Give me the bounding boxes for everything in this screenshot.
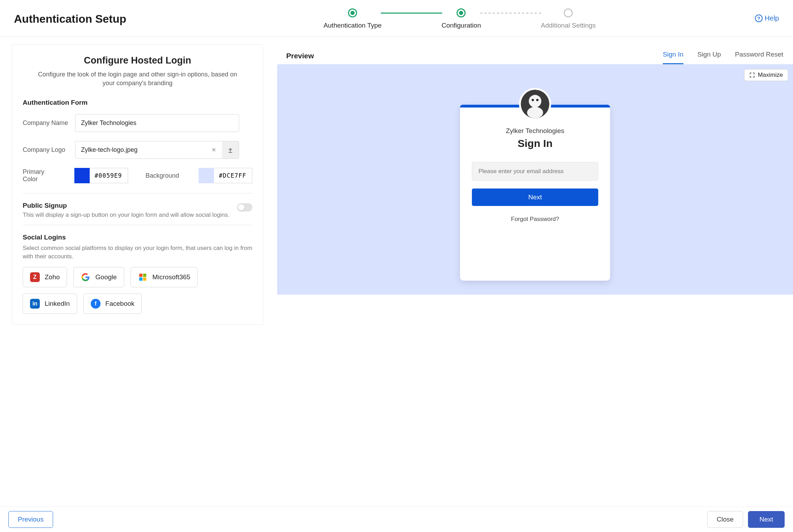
public-signup-desc: This will display a sign-up button on yo… (23, 212, 229, 219)
step-label: Additional Settings (541, 22, 595, 29)
linkedin-icon: in (30, 299, 40, 309)
social-label: Zoho (45, 273, 60, 281)
panel-subtitle: Configure the look of the login page and… (33, 70, 242, 88)
zoho-icon: Z (30, 272, 40, 282)
social-facebook-button[interactable]: f Facebook (83, 294, 142, 314)
avatar (519, 88, 551, 120)
primary-color-swatch[interactable] (74, 168, 90, 183)
help-label: Help (765, 14, 779, 22)
preview-email-input[interactable]: Please enter your email address (472, 162, 598, 181)
microsoft-icon (138, 272, 148, 282)
preview-heading: Sign In (472, 138, 598, 149)
svg-point-5 (529, 95, 541, 108)
social-zoho-button[interactable]: Z Zoho (23, 267, 67, 287)
divider (23, 225, 252, 225)
background-color-label: Background (146, 172, 179, 179)
step-label: Configuration (442, 22, 481, 29)
preview-label: Preview (286, 52, 314, 60)
configure-panel: Configure Hosted Login Configure the loo… (12, 44, 263, 325)
step-configuration[interactable]: Configuration (442, 8, 481, 29)
tab-sign-in[interactable]: Sign In (663, 47, 683, 64)
company-logo-filename: Zylke-tech-logo.jpeg (75, 141, 205, 158)
social-label: LinkedIn (45, 300, 70, 308)
svg-point-8 (527, 107, 543, 118)
step-circle-icon (348, 8, 357, 17)
page-title: Authentication Setup (14, 13, 126, 25)
help-icon: ? (755, 14, 763, 22)
clear-logo-button[interactable]: ✕ (205, 141, 222, 158)
company-name-label: Company Name (23, 119, 75, 127)
public-signup-title: Public Signup (23, 202, 229, 209)
facebook-icon: f (91, 299, 101, 309)
maximize-button[interactable]: Maximize (744, 69, 788, 81)
social-label: Microsoft365 (153, 273, 191, 281)
step-additional-settings[interactable]: Additional Settings (541, 8, 595, 29)
background-color-input[interactable] (214, 168, 252, 183)
preview-forgot-link[interactable]: Forgot Password? (472, 216, 598, 223)
step-label: Authentication Type (324, 22, 382, 29)
step-connector (480, 13, 542, 14)
google-icon (81, 272, 90, 282)
company-logo-input[interactable]: Zylke-tech-logo.jpeg ✕ (75, 141, 239, 159)
tab-sign-up[interactable]: Sign Up (697, 47, 721, 64)
background-color-swatch[interactable] (199, 168, 214, 183)
social-logins-title: Social Logins (23, 234, 252, 241)
company-name-input[interactable] (75, 114, 239, 132)
social-microsoft365-button[interactable]: Microsoft365 (131, 267, 198, 287)
help-link[interactable]: ? Help (755, 14, 779, 22)
svg-rect-3 (143, 278, 146, 281)
svg-rect-0 (139, 274, 142, 277)
preview-area: Maximize Zylker Technologies Sign In Ple… (277, 64, 793, 295)
divider (23, 193, 252, 193)
maximize-icon (749, 72, 755, 78)
upload-logo-button[interactable] (222, 141, 239, 158)
primary-color-label: Primary Color (23, 168, 55, 183)
auth-form-heading: Authentication Form (23, 99, 252, 106)
svg-point-6 (532, 99, 534, 101)
social-label: Facebook (105, 300, 134, 308)
preview-next-button[interactable]: Next (472, 189, 598, 206)
tab-password-reset[interactable]: Password Reset (735, 47, 783, 64)
primary-color-input[interactable] (90, 168, 128, 183)
public-signup-toggle[interactable] (237, 203, 252, 212)
svg-rect-1 (143, 274, 146, 277)
upload-icon (227, 147, 234, 153)
maximize-label: Maximize (758, 72, 783, 79)
panel-title: Configure Hosted Login (23, 55, 252, 66)
social-linkedin-button[interactable]: in LinkedIn (23, 294, 77, 314)
step-circle-icon (457, 8, 466, 17)
login-preview-card: Zylker Technologies Sign In Please enter… (460, 105, 610, 281)
step-connector (381, 13, 442, 14)
preview-panel: Preview Sign In Sign Up Password Reset M… (277, 44, 793, 325)
svg-rect-2 (139, 278, 142, 281)
wizard-stepper: Authentication Type Configuration Additi… (324, 8, 596, 29)
company-logo-label: Company Logo (23, 146, 75, 154)
page-header: Authentication Setup Authentication Type… (0, 0, 793, 37)
step-authentication-type[interactable]: Authentication Type (324, 8, 382, 29)
social-label: Google (95, 273, 117, 281)
close-icon: ✕ (212, 147, 216, 153)
preview-company-name: Zylker Technologies (472, 127, 598, 135)
svg-point-7 (536, 99, 539, 101)
social-logins-desc: Select common social platforms to displa… (23, 244, 252, 261)
social-google-button[interactable]: Google (73, 267, 124, 287)
step-circle-icon (564, 8, 573, 17)
